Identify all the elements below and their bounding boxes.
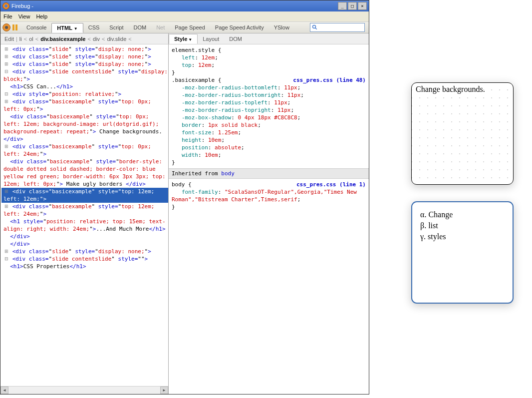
expand-icon[interactable]: ⊞ <box>3 248 9 255</box>
expand-icon[interactable]: ⊞ <box>3 143 9 150</box>
expand-icon[interactable]: ⊞ <box>3 203 9 210</box>
menubar: File View Help <box>0 11 369 21</box>
source-link[interactable]: css_pres.css (line 1) <box>296 181 366 188</box>
window-title: Firebug - <box>11 3 33 9</box>
bc-item[interactable]: div <box>91 36 102 42</box>
search-icon <box>312 24 318 30</box>
content-area: Edit | li< ol< div.basicexample< div< di… <box>0 33 369 394</box>
source-link[interactable]: css_pres.css (line 48) <box>293 76 366 84</box>
minimize-button[interactable]: _ <box>338 2 347 10</box>
bc-item[interactable]: li <box>17 36 24 42</box>
scroll-right-icon[interactable]: ► <box>160 387 168 394</box>
selected-node[interactable]: ⊞ <div class="basicexample" style="top: … <box>1 188 168 203</box>
expand-icon[interactable]: ⊞ <box>3 188 9 195</box>
maximize-button[interactable]: □ <box>348 2 357 10</box>
tab-dom-right[interactable]: DOM <box>224 34 247 43</box>
style-panel: Style▼ Layout DOM element.style { left: … <box>169 33 369 394</box>
bc-item[interactable]: div.slide <box>105 36 128 42</box>
firebug-window: Firebug - _ □ × File View Help Console H… <box>0 0 369 395</box>
expand-icon[interactable]: ⊞ <box>3 45 9 53</box>
css-rules[interactable]: element.style { left: 12em; top: 12em; }… <box>169 44 369 394</box>
preview-backgrounds: Change backgrounds. <box>411 82 514 185</box>
tab-layout[interactable]: Layout <box>198 34 224 43</box>
pause-icon[interactable] <box>12 24 17 30</box>
toolbar: Console HTML ▼ CSS Script DOM Net Page S… <box>0 21 369 33</box>
tab-script[interactable]: Script <box>104 23 128 32</box>
firebug-icon[interactable] <box>2 23 10 31</box>
right-tabs: Style▼ Layout DOM <box>169 33 369 44</box>
tab-net[interactable]: Net <box>151 23 170 32</box>
inherited-header: Inherited from body <box>169 168 369 179</box>
search-box[interactable] <box>310 23 365 32</box>
close-button[interactable]: × <box>358 2 367 10</box>
list-item: γ. styles <box>420 231 505 242</box>
tab-dom[interactable]: DOM <box>128 23 151 32</box>
tab-pagespeed[interactable]: Page Speed <box>170 23 210 32</box>
breadcrumb: Edit | li< ol< div.basicexample< div< di… <box>0 33 168 44</box>
html-panel: Edit | li< ol< div.basicexample< div< di… <box>0 33 169 394</box>
titlebar[interactable]: Firebug - _ □ × <box>0 0 369 11</box>
list-item: α. Change <box>420 209 505 220</box>
bc-item[interactable]: ol <box>27 36 35 42</box>
preview-text: Change backgrounds. <box>416 85 485 93</box>
svg-line-1 <box>315 28 317 29</box>
expand-icon[interactable]: ⊞ <box>3 53 9 60</box>
menu-file[interactable]: File <box>3 13 12 19</box>
greek-list: α. Change β. list γ. styles <box>420 209 505 242</box>
scroll-left-icon[interactable]: ◄ <box>0 387 8 394</box>
svg-point-0 <box>313 25 316 28</box>
tab-html[interactable]: HTML ▼ <box>51 23 83 33</box>
expand-icon[interactable]: ⊞ <box>3 98 9 105</box>
tab-style[interactable]: Style▼ <box>169 34 198 44</box>
preview-list: α. Change β. list γ. styles <box>411 201 514 304</box>
tab-psactivity[interactable]: Page Speed Activity <box>210 23 269 32</box>
edit-button[interactable]: Edit <box>2 36 16 42</box>
menu-view[interactable]: View <box>18 13 30 19</box>
dom-tree[interactable]: ⊞ <div class="slide" style="display: non… <box>0 44 168 386</box>
collapse-icon[interactable]: ⊟ <box>3 68 9 75</box>
list-item: β. list <box>420 220 505 231</box>
menu-help[interactable]: Help <box>36 13 47 19</box>
collapse-icon[interactable]: ⊟ <box>3 255 9 263</box>
horizontal-scrollbar[interactable]: ◄ ► <box>0 386 168 394</box>
expand-icon[interactable]: ⊞ <box>3 60 9 68</box>
tab-console[interactable]: Console <box>21 23 51 32</box>
bc-item[interactable]: div.basicexample <box>38 36 87 42</box>
firefox-icon <box>2 2 9 9</box>
tab-yslow[interactable]: YSlow <box>269 23 294 32</box>
tab-css[interactable]: CSS <box>83 23 105 32</box>
collapse-icon[interactable]: ⊟ <box>3 90 9 98</box>
body-link[interactable]: body <box>221 170 235 177</box>
